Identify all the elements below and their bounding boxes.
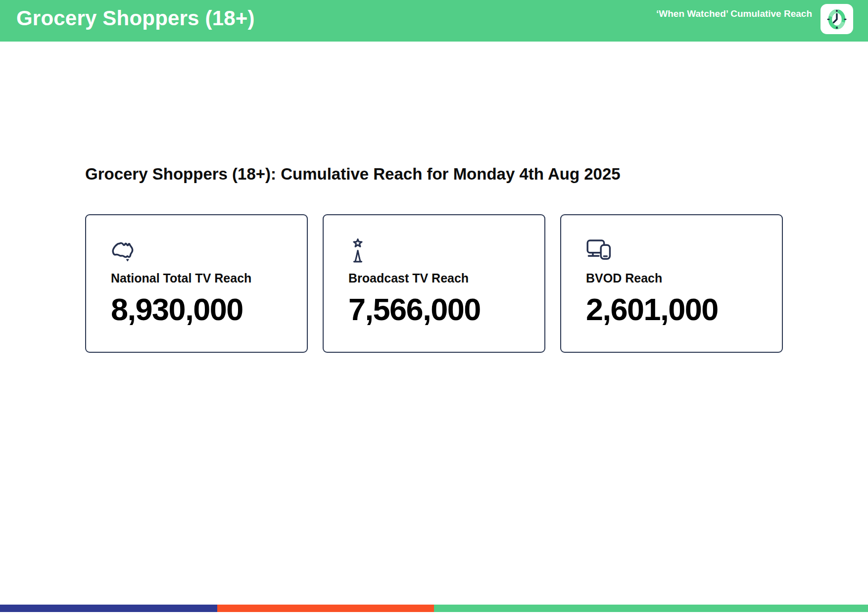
stat-card-national-total-tv: National Total TV Reach 8,930,000 [85,214,308,353]
stat-card-bvod: BVOD Reach 2,601,000 [560,214,783,353]
stat-card-label: National Total TV Reach [111,271,297,285]
report-body: Grocery Shoppers (18+): Cumulative Reach… [85,165,783,353]
brand-color-bar [0,605,868,612]
report-type-label: ‘When Watched’ Cumulative Reach [656,8,812,19]
app-logo [820,4,853,34]
color-bar-segment-blue [0,605,217,612]
color-bar-segment-green [434,605,868,612]
header-right-group: ‘When Watched’ Cumulative Reach [656,4,853,42]
stat-card-value: 7,566,000 [348,291,534,327]
australia-map-icon [111,238,297,264]
clock-logo-icon [824,7,850,31]
tv-devices-icon [586,238,772,264]
stat-card-value: 8,930,000 [111,291,297,327]
broadcast-tower-icon [348,238,534,264]
stat-card-broadcast-tv: Broadcast TV Reach 7,566,000 [323,214,545,353]
stat-cards-row: National Total TV Reach 8,930,000 Broadc… [85,214,783,353]
color-bar-segment-orange [217,605,434,612]
app-header: Grocery Shoppers (18+) ‘When Watched’ Cu… [0,0,868,42]
stat-card-label: Broadcast TV Reach [348,271,534,285]
stat-card-value: 2,601,000 [586,291,772,327]
stat-card-label: BVOD Reach [586,271,772,285]
app-title: Grocery Shoppers (18+) [16,6,255,42]
page-title: Grocery Shoppers (18+): Cumulative Reach… [85,165,783,184]
